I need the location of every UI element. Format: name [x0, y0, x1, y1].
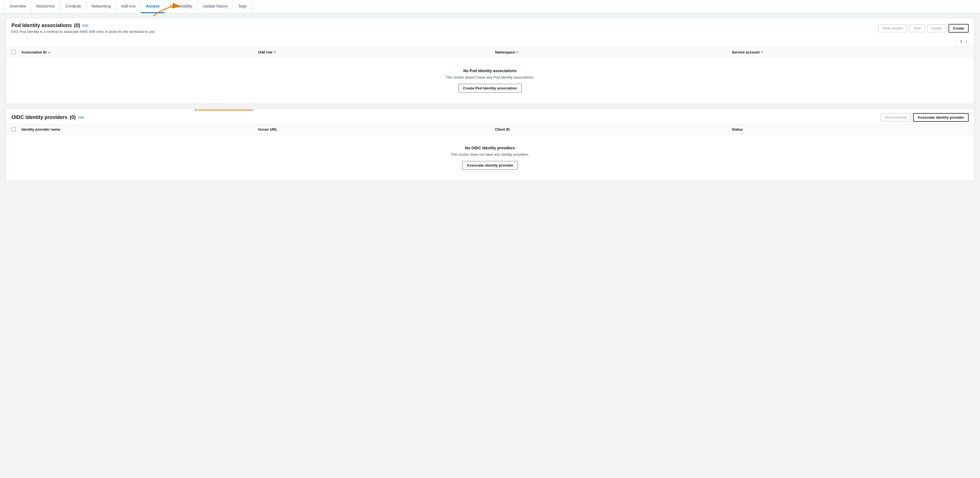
oidc-empty-title: No OIDC identity providers: [465, 146, 515, 150]
client-id-header: Client ID: [495, 127, 732, 131]
associate-identity-provider-center-button[interactable]: Associate identity provider: [462, 161, 518, 170]
oidc-count: (0): [70, 115, 76, 120]
pod-identity-table: Association ID ▲ IAM role ▽ Namespace ▽ …: [6, 47, 974, 104]
service-account-header: Service account ▽: [732, 50, 969, 54]
pod-identity-empty-state: No Pod Identity associations This cluste…: [6, 57, 974, 104]
namespace-header: Namespace ▽: [495, 50, 732, 54]
tab-access[interactable]: Access: [141, 0, 165, 13]
checkbox-column-header: [11, 50, 21, 54]
namespace-sort-icon[interactable]: ▽: [516, 51, 519, 54]
oidc-table-header: Identity provider name Issuer URL Client…: [6, 124, 974, 135]
pod-identity-section: Pod Identity associations (0) Info EKS P…: [6, 18, 974, 104]
oidc-actions: Disassociate Associate identity provider: [881, 113, 969, 122]
pod-identity-header: Pod Identity associations (0) Info EKS P…: [6, 18, 974, 36]
oidc-checkbox-column-header: [11, 127, 21, 131]
oidc-section: OIDC identity providers (0) Info Disasso…: [6, 108, 974, 181]
tab-update-history[interactable]: Update history: [198, 0, 233, 13]
select-all-checkbox[interactable]: [11, 50, 16, 54]
oidc-empty-state: No OIDC identity providers This cluster …: [6, 135, 974, 181]
tab-observability[interactable]: Observability: [165, 0, 198, 13]
service-account-sort-icon[interactable]: ▽: [760, 51, 763, 54]
pod-identity-actions: View details Edit Delete Create: [878, 24, 969, 33]
tab-networking[interactable]: Networking: [86, 0, 116, 13]
oidc-select-all-checkbox[interactable]: [11, 127, 16, 131]
pod-identity-title-area: Pod Identity associations (0) Info EKS P…: [11, 22, 156, 34]
tab-tags[interactable]: Tags: [233, 0, 252, 13]
main-content: Pod Identity associations (0) Info EKS P…: [0, 13, 980, 185]
associate-identity-provider-button[interactable]: Associate identity provider: [913, 113, 969, 122]
view-details-button[interactable]: View details: [878, 24, 907, 32]
oidc-title-area: OIDC identity providers (0) Info: [11, 115, 84, 120]
pod-identity-table-header: Association ID ▲ IAM role ▽ Namespace ▽ …: [6, 47, 974, 57]
oidc-title: OIDC identity providers: [11, 115, 67, 120]
nav-tabs: Overview Resources Compute Networking Ad…: [0, 0, 980, 13]
oidc-info-link[interactable]: Info: [78, 115, 84, 120]
disassociate-button[interactable]: Disassociate: [881, 113, 911, 121]
provider-name-header: Identity provider name: [21, 127, 258, 131]
prev-page-button[interactable]: ‹: [953, 38, 958, 44]
iam-role-sort-icon[interactable]: ▽: [274, 51, 276, 54]
oidc-empty-desc: This cluster does not have any identity …: [451, 152, 529, 156]
iam-role-header: IAM role ▽: [258, 50, 495, 54]
create-pod-identity-center-button[interactable]: Create Pod Identity association: [458, 84, 522, 92]
pod-identity-empty-desc: This cluster doesn't have any Pod Identi…: [446, 75, 535, 80]
create-button[interactable]: Create: [948, 24, 969, 33]
tab-resources[interactable]: Resources: [31, 0, 60, 13]
pagination-row: ‹ 1 ›: [6, 36, 974, 47]
status-header: Status: [732, 127, 969, 131]
issuer-url-header: Issuer URL: [258, 127, 495, 131]
pod-identity-title-row: Pod Identity associations (0) Info: [11, 22, 156, 29]
oidc-table: Identity provider name Issuer URL Client…: [6, 124, 974, 181]
oidc-header: OIDC identity providers (0) Info Disasso…: [6, 108, 974, 124]
oidc-title-row: OIDC identity providers (0) Info: [11, 115, 84, 120]
pod-identity-desc: EKS Pod Identity is a method to associat…: [11, 30, 156, 34]
pod-identity-info-link[interactable]: Info: [83, 23, 89, 27]
page-number: 1: [960, 39, 962, 43]
tab-addons[interactable]: Add-ons: [116, 0, 141, 13]
pod-identity-empty-title: No Pod Identity associations: [463, 69, 517, 73]
tab-overview[interactable]: Overview: [5, 0, 31, 13]
pod-identity-title: Pod Identity associations: [11, 22, 72, 29]
pod-identity-count: (0): [74, 22, 80, 29]
next-page-button[interactable]: ›: [964, 38, 969, 44]
delete-button[interactable]: Delete: [927, 24, 946, 32]
edit-button[interactable]: Edit: [910, 24, 925, 32]
tab-compute[interactable]: Compute: [60, 0, 86, 13]
association-id-sort-icon[interactable]: ▲: [48, 51, 50, 54]
association-id-header: Association ID ▲: [21, 50, 258, 54]
